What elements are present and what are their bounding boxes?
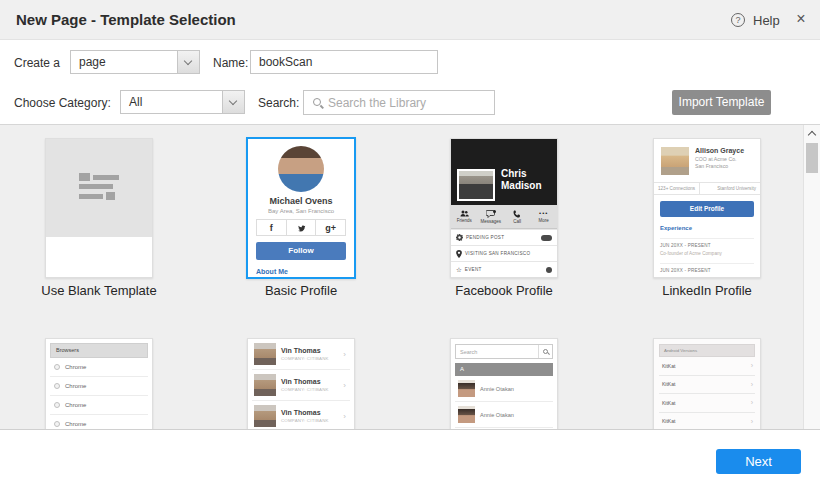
blank-thumbnail: [46, 139, 152, 237]
linkedin-header: Allison Grayce COO at Acme Co. San Franc…: [654, 139, 760, 175]
chevron-right-icon: ›: [751, 399, 753, 406]
list-item: Chrome: [50, 377, 148, 396]
list-item: KitKat›: [659, 413, 755, 431]
pending-post-row: PENDING POST: [451, 229, 557, 245]
avatar: [278, 146, 324, 192]
new-page-dialog: New Page - Template Selection ? Help × C…: [0, 0, 820, 486]
list-header: Android Versions: [659, 344, 755, 357]
call-icon: [513, 210, 521, 218]
search-icon: [313, 98, 321, 106]
search-placeholder: Search the Library: [328, 96, 426, 110]
next-button[interactable]: Next: [716, 449, 801, 474]
event-row: ☆ EVENT: [451, 261, 557, 277]
notification-badge: [541, 235, 552, 241]
contact-item: Annie Otakan: [455, 428, 553, 430]
list-item: KitKat›: [659, 357, 755, 376]
list-item: Chrome: [50, 358, 148, 377]
template-label-linkedin-profile: LinkedIn Profile: [617, 283, 797, 298]
name-input[interactable]: [250, 50, 438, 74]
more-button: ••• More: [531, 205, 558, 228]
chevron-down-icon: [184, 57, 192, 65]
chevron-down-icon: [229, 97, 237, 105]
about-me-link: About Me: [256, 268, 354, 275]
avatar: [458, 406, 475, 423]
help-icon[interactable]: ?: [731, 13, 745, 27]
placeholder-content-icon: [79, 173, 119, 203]
choose-category-label: Choose Category:: [14, 96, 111, 110]
close-icon[interactable]: ×: [791, 10, 811, 28]
radio-icon: [54, 421, 60, 427]
contact-item: Vin ThomasCOMPANY: CITIBANK ›: [252, 339, 350, 370]
friends-icon: [460, 210, 469, 217]
visiting-row: VISITING SAN FRANCISCO: [451, 245, 557, 261]
scrollbar-thumb[interactable]: [806, 143, 818, 173]
template-card-blank[interactable]: [45, 138, 153, 278]
location-pin-icon: [456, 250, 462, 258]
template-card-browsers-list[interactable]: Browsers Chrome Chrome Chrome Chrome: [45, 338, 153, 430]
category-dropdown-button[interactable]: [222, 91, 244, 113]
template-grid: Use Blank Template Michael Ovens Bay Are…: [0, 124, 820, 430]
facebook-cover: Chris Madison: [451, 139, 557, 205]
contact-item: Annie Otakan: [455, 376, 553, 402]
template-card-android-versions[interactable]: Android Versions KitKat› KitKat› KitKat›…: [653, 338, 761, 430]
stats-row: 123+ Connections Stanford University: [654, 182, 760, 195]
template-card-linkedin-profile[interactable]: Allison Grayce COO at Acme Co. San Franc…: [653, 138, 761, 278]
facebook-icon: f: [257, 220, 286, 235]
profile-photo: [457, 169, 495, 201]
list-item: KitKat›: [659, 376, 755, 395]
chevron-right-icon: ›: [343, 381, 346, 390]
vertical-scrollbar[interactable]: [803, 125, 820, 430]
list-item: KitKat›: [659, 394, 755, 413]
experience-heading: Experience: [660, 225, 760, 231]
search-icon: [543, 349, 548, 354]
template-card-search-list[interactable]: Search A Annie Otakan Annie Otakan Annie…: [450, 338, 558, 430]
chevron-right-icon: ›: [751, 381, 753, 388]
template-card-basic-profile[interactable]: Michael Ovens Bay Area, San Francisco f …: [246, 137, 356, 279]
category-select[interactable]: All: [120, 90, 245, 114]
template-card-contact-list[interactable]: Vin ThomasCOMPANY: CITIBANK › Vin Thomas…: [247, 338, 355, 430]
friends-button: Friends: [451, 205, 478, 228]
profile-name: Michael Ovens: [248, 196, 354, 206]
create-type-dropdown-button[interactable]: [177, 51, 199, 73]
template-label-facebook-profile: Facebook Profile: [414, 283, 594, 298]
profile-photo: [661, 147, 689, 175]
avatar: [254, 374, 276, 396]
experience-entry: JUN 20XX - PRESENT: [660, 263, 754, 273]
gear-icon: [456, 234, 463, 241]
help-link[interactable]: Help: [753, 13, 780, 28]
googleplus-icon: g+: [315, 220, 345, 235]
list-header: Browsers: [50, 343, 148, 358]
create-type-select[interactable]: page: [70, 50, 200, 74]
template-card-facebook-profile[interactable]: Chris Madison Friends Messages Call •••: [450, 138, 558, 278]
radio-icon: [54, 383, 60, 389]
star-icon: ☆: [456, 266, 462, 273]
category-value: All: [129, 91, 142, 113]
chevron-right-icon: ›: [751, 362, 753, 369]
experience-entry: JUN 20XX - PRESENT Co-founder of Acme Co…: [660, 238, 754, 256]
dialog-titlebar: New Page - Template Selection ? Help ×: [0, 0, 820, 40]
library-search-input[interactable]: Search the Library: [303, 90, 495, 115]
profile-name: Chris Madison: [501, 168, 555, 192]
follow-button: Follow: [256, 242, 346, 260]
facebook-toolbar: Friends Messages Call ••• More: [451, 205, 557, 229]
social-icons-row: f g+: [256, 219, 346, 236]
create-type-value: page: [79, 51, 106, 73]
avatar: [458, 380, 475, 397]
profile-role: COO at Acme Co.: [695, 156, 744, 162]
profile-location: Bay Area, San Francisco: [248, 208, 354, 214]
import-template-button[interactable]: Import Template: [672, 90, 771, 115]
call-button: Call: [504, 205, 531, 228]
avatar: [254, 343, 276, 365]
mini-search-input: Search: [455, 344, 553, 359]
messages-icon: [486, 210, 496, 218]
contact-item: Annie Otakan: [455, 402, 553, 428]
more-icon: •••: [539, 210, 548, 217]
template-label-basic-profile: Basic Profile: [211, 283, 391, 298]
scroll-up-icon[interactable]: [808, 131, 816, 139]
avatar: [254, 405, 276, 427]
section-header: A: [455, 363, 553, 376]
create-a-label: Create a: [14, 56, 60, 70]
school-stat: Stanford University: [699, 183, 760, 194]
search-label: Search:: [258, 96, 299, 110]
radio-icon: [54, 364, 60, 370]
